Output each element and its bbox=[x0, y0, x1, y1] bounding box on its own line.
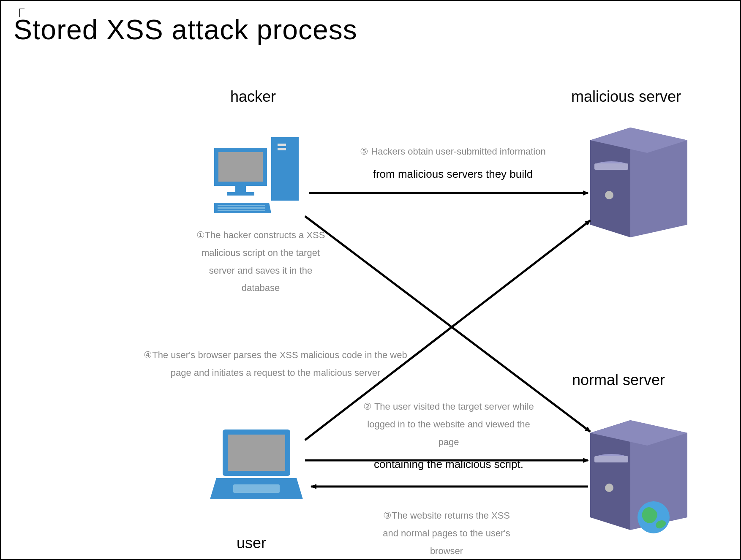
hacker-label: hacker bbox=[230, 88, 276, 106]
svg-rect-0 bbox=[271, 137, 299, 201]
svg-rect-4 bbox=[218, 152, 263, 182]
svg-rect-12 bbox=[228, 435, 285, 471]
user-laptop-icon bbox=[210, 427, 303, 505]
svg-rect-25 bbox=[594, 456, 628, 462]
step-3-text: ③The website returns the XSS and normal … bbox=[375, 507, 518, 560]
normal-server-label: normal server bbox=[572, 371, 665, 389]
step-4-text: ④The user's browser parses the XSS malic… bbox=[138, 346, 413, 382]
step-5-text: ⑤ Hackers obtain user-submitted informat… bbox=[360, 143, 546, 185]
step-1-text: ①The hacker constructs a XSS malicious s… bbox=[191, 226, 330, 297]
svg-rect-19 bbox=[594, 163, 628, 170]
user-label: user bbox=[237, 534, 266, 552]
page-title: Stored XSS attack process bbox=[14, 14, 357, 46]
svg-point-20 bbox=[605, 191, 613, 199]
hacker-computer-icon bbox=[214, 135, 303, 217]
malicious-server-label: malicious server bbox=[571, 88, 681, 106]
svg-rect-1 bbox=[278, 144, 286, 146]
svg-rect-10 bbox=[218, 210, 265, 211]
svg-rect-9 bbox=[218, 207, 265, 209]
svg-rect-5 bbox=[235, 186, 246, 192]
svg-rect-2 bbox=[278, 148, 286, 150]
svg-rect-8 bbox=[218, 205, 265, 206]
normal-server-icon bbox=[590, 408, 700, 544]
step-2-text: ② The user visited the target server whi… bbox=[358, 398, 539, 475]
svg-rect-6 bbox=[227, 192, 254, 196]
malicious-server-icon bbox=[590, 115, 692, 243]
svg-point-26 bbox=[605, 484, 613, 492]
svg-rect-14 bbox=[233, 484, 280, 493]
